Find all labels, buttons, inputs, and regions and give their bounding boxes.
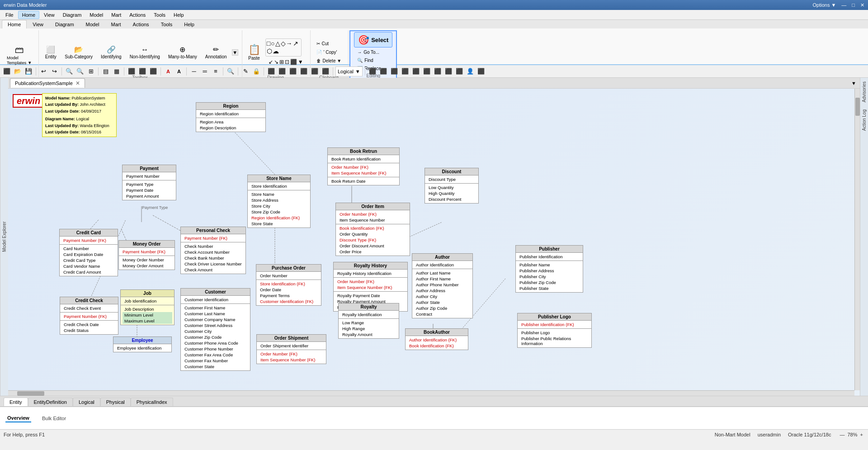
tb-link9[interactable]: ⬛ xyxy=(454,66,464,76)
entity-discount[interactable]: Discount Discount Type Low Quantity High… xyxy=(425,168,479,204)
ribbon-tab-diagram[interactable]: Diagram xyxy=(49,20,80,28)
tb-align-left[interactable]: ⬛ xyxy=(127,66,137,76)
tb-user[interactable]: 👤 xyxy=(465,66,475,76)
entity-publisher[interactable]: Publisher Publisher Identification Publi… xyxy=(515,245,583,293)
tb-view3[interactable]: ⬛ xyxy=(310,66,320,76)
entity-order-shipment[interactable]: Order Shipment Order Shipment Identifier… xyxy=(256,334,326,364)
display-dropdown[interactable]: Logical ▼ xyxy=(335,66,363,76)
ribbon-tab-view[interactable]: View xyxy=(27,20,49,28)
tb-link2[interactable]: ⬛ xyxy=(378,66,388,76)
horizontal-scrollbar[interactable] xyxy=(8,390,854,396)
panel-tab-overview[interactable]: Overview xyxy=(5,414,31,422)
tb-link4[interactable]: ⬛ xyxy=(400,66,410,76)
options-button[interactable]: Options ▼ xyxy=(812,2,836,8)
tb-more[interactable]: ⬛ xyxy=(476,66,486,76)
tb-fill-color[interactable]: A xyxy=(174,66,184,76)
close-button[interactable]: ✕ xyxy=(860,2,864,8)
tb-zoom-out[interactable]: 🔍 xyxy=(75,66,85,76)
entity-book-return[interactable]: Book Retrun Book Return Identification O… xyxy=(327,147,400,185)
menu-home[interactable]: Home xyxy=(18,11,39,19)
identifying-button[interactable]: 🔗 Identifying xyxy=(98,44,125,60)
tb-line-style[interactable]: ≡ xyxy=(211,66,221,76)
copy-button[interactable]: 📄 ' Copy' xyxy=(313,48,345,56)
ribbon-tab-home[interactable]: Home xyxy=(2,20,27,28)
entity-payment[interactable]: Payment Payment Number Payment Type Paym… xyxy=(122,165,176,200)
entity-job[interactable]: Job Job Identification Job Description M… xyxy=(120,289,175,325)
menu-file[interactable]: File xyxy=(2,11,17,19)
tb-grid[interactable]: ▤ xyxy=(101,66,111,76)
menu-tools[interactable]: Tools xyxy=(150,11,169,19)
tb-zoom-fit[interactable]: ⊞ xyxy=(86,66,96,76)
panel-tab-bulk-editor[interactable]: Bulk Editor xyxy=(40,415,68,422)
cut-button[interactable]: ✂ Cut xyxy=(313,40,345,47)
select-button[interactable]: 🎯 Select xyxy=(354,32,392,47)
tb-line-solid[interactable]: ─ xyxy=(189,66,199,76)
tb-link3[interactable]: ⬛ xyxy=(389,66,399,76)
advisories-label[interactable]: Advisories xyxy=(860,78,868,106)
tb-rulers[interactable]: ▦ xyxy=(112,66,122,76)
entity-region[interactable]: Region Region Identification Region Area… xyxy=(196,102,266,132)
entity-store[interactable]: Store Name Store Identification Store Na… xyxy=(247,175,311,228)
tb-redo[interactable]: ↪ xyxy=(49,66,59,76)
entity-personal-check[interactable]: Personal Check Payment Number (FK) Check… xyxy=(180,227,246,274)
ribbon-tab-mart[interactable]: Mart xyxy=(105,20,127,28)
tb-view2[interactable]: ⬛ xyxy=(299,66,309,76)
shapes-panel[interactable]: □○△◇ →↗⬡☁ xyxy=(265,38,302,57)
tb-view1[interactable]: ⬛ xyxy=(288,66,298,76)
entity-customer[interactable]: Customer Customer Identification Custome… xyxy=(180,288,250,371)
tb-lock[interactable]: 🔒 xyxy=(251,66,261,76)
tb-zoom-in[interactable]: 🔍 xyxy=(64,66,74,76)
canvas-expand[interactable]: ▼ xyxy=(849,80,858,87)
tb-align-right[interactable]: ⬛ xyxy=(148,66,158,76)
non-identifying-button[interactable]: ↔ Non-Identifying xyxy=(127,44,163,60)
zoom-plus[interactable]: + xyxy=(859,432,864,437)
entity-button[interactable]: ⬜ Entity xyxy=(42,44,60,60)
tb-undo[interactable]: ↩ xyxy=(38,66,48,76)
entity-credit-card[interactable]: Credit Card Payment Number (FK) Card Num… xyxy=(59,229,118,276)
ribbon-tab-actions[interactable]: Actions xyxy=(127,20,155,28)
ribbon-tab-help[interactable]: Help xyxy=(178,20,200,28)
find-button[interactable]: 🔍 Find xyxy=(354,57,384,64)
ribbon-tab-tools[interactable]: Tools xyxy=(155,20,179,28)
entity-author[interactable]: Author Author Identification Author Last… xyxy=(412,253,473,318)
shapes-arrows[interactable]: ↙↘⊞⊡⬛▼ xyxy=(265,57,307,66)
annotation-button[interactable]: ✏ Annotation xyxy=(202,44,230,60)
menu-mart[interactable]: Mart xyxy=(108,11,125,19)
canvas-tab-publication[interactable]: PublicationSystemSample ✕ xyxy=(10,78,85,88)
minimize-button[interactable]: — xyxy=(841,2,846,8)
tb-filter[interactable]: ⬛ xyxy=(277,66,287,76)
tb-line-dash[interactable]: ═ xyxy=(200,66,210,76)
model-templates-button[interactable]: 🗃 ModelTemplates ▼ xyxy=(4,43,35,66)
bottom-tab-entity-def[interactable]: EntityDefinition xyxy=(28,398,73,406)
tb-layers[interactable]: ⬛ xyxy=(266,66,276,76)
ribbon-tab-model[interactable]: Model xyxy=(80,20,105,28)
tb-view4[interactable]: ⬛ xyxy=(321,66,330,76)
bottom-tab-logical[interactable]: Logical xyxy=(73,398,100,406)
menu-diagram[interactable]: Diagram xyxy=(59,11,85,19)
entity-order-item[interactable]: Order Item Order Number (FK) Item Sequen… xyxy=(335,203,410,256)
tb-pen[interactable]: ✎ xyxy=(241,66,250,76)
sub-category-button[interactable]: 📂 Sub-Category xyxy=(61,44,96,60)
canvas[interactable]: erwin Model Name: PublicationSystem Last… xyxy=(8,89,860,396)
tb-link8[interactable]: ⬛ xyxy=(443,66,453,76)
vertical-scrollbar[interactable] xyxy=(854,89,860,390)
menu-model[interactable]: Model xyxy=(86,11,107,19)
tb-link6[interactable]: ⬛ xyxy=(422,66,432,76)
tb-open[interactable]: 📂 xyxy=(13,66,23,76)
tb-search[interactable]: 🔍 xyxy=(226,66,236,76)
maximize-button[interactable]: □ xyxy=(852,2,855,8)
tb-link1[interactable]: ⬛ xyxy=(368,66,377,76)
entity-publisher-logo[interactable]: Publisher Logo Publisher Identification … xyxy=(517,313,592,348)
entity-credit-check[interactable]: Credit Check Credit Check Event Payment … xyxy=(60,297,118,335)
scrollbar-thumb-h[interactable] xyxy=(17,391,44,396)
menu-help[interactable]: Help xyxy=(170,11,188,19)
tb-save[interactable]: 💾 xyxy=(24,66,33,76)
tb-align-center[interactable]: ⬛ xyxy=(137,66,147,76)
delete-button[interactable]: 🗑 Delete ▼ xyxy=(313,57,345,65)
entity-employee[interactable]: Employee Employee Identification xyxy=(113,336,172,352)
tb-link5[interactable]: ⬛ xyxy=(411,66,421,76)
entity-book-author[interactable]: BookAuthor Author Identification (FK) Bo… xyxy=(405,328,468,350)
many-to-many-button[interactable]: ⊕ Many-to-Many xyxy=(165,44,200,60)
paste-button[interactable]: 📋 Paste xyxy=(245,43,264,62)
tb-font-color[interactable]: A xyxy=(163,66,173,76)
